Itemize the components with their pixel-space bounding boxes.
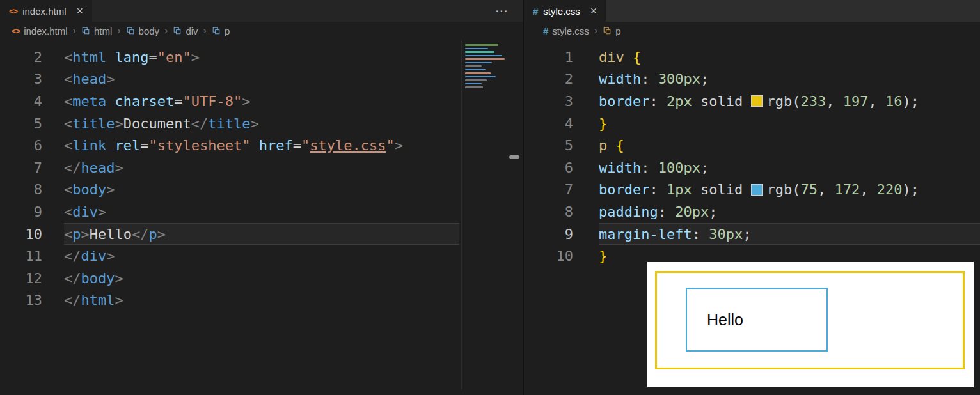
code-line[interactable]: 5 <title>Document</title>: [0, 112, 523, 135]
tab-style-css[interactable]: # style.css ×: [524, 0, 606, 22]
symbol-element-icon: [126, 26, 135, 35]
code-line[interactable]: 6 width: 100px;: [524, 157, 980, 179]
close-tab-icon[interactable]: ×: [77, 5, 84, 17]
code-line[interactable]: 12</body>: [0, 267, 523, 290]
code-text: <link rel="stylesheet" href="style.css">: [64, 134, 459, 157]
preview-outer-div: Hello: [655, 271, 965, 369]
code-text: </div>: [64, 245, 459, 267]
breadcrumb-item[interactable]: p: [212, 26, 230, 36]
line-number: 8: [524, 204, 573, 220]
code-text: }: [599, 112, 980, 135]
code-line[interactable]: 4 <meta charset="UTF-8">: [0, 90, 523, 112]
close-tab-icon[interactable]: ×: [590, 5, 597, 17]
code-text: border: 2px solid rgb(233, 197, 16);: [599, 90, 980, 112]
code-line[interactable]: 9 <div>: [0, 201, 523, 223]
editor-group-left: <> index.html × ⋯ <>index.html›html›body…: [0, 0, 523, 395]
code-line[interactable]: 8<body>: [0, 179, 523, 201]
breadcrumb-item[interactable]: html: [81, 26, 112, 36]
code-line[interactable]: 1div {: [524, 46, 980, 68]
tab-index-html[interactable]: <> index.html ×: [0, 0, 92, 22]
code-text: width: 300px;: [599, 68, 980, 91]
code-line[interactable]: 10 <p>Hello</p>: [0, 223, 523, 245]
code-line[interactable]: 9 margin-left: 30px;: [524, 223, 980, 245]
code-text: <meta charset="UTF-8">: [64, 90, 459, 112]
code-text: <html lang="en">: [64, 46, 459, 68]
code-area-right: 1div {2 width: 300px;3 border: 2px solid…: [524, 46, 980, 267]
line-number: 9: [524, 226, 573, 242]
line-number: 1: [524, 49, 573, 65]
code-line[interactable]: 6 <link rel="stylesheet" href="style.css…: [0, 134, 523, 157]
symbol-selector-icon: [603, 26, 612, 35]
code-text: </html>: [64, 290, 459, 312]
breadcrumb-item[interactable]: body: [126, 26, 160, 36]
preview-paragraph: Hello: [686, 288, 828, 352]
tab-label: style.css: [543, 6, 580, 17]
html-file-icon: <>: [9, 6, 17, 16]
breadcrumb-right: #style.css›p: [524, 22, 980, 40]
line-number: 8: [0, 182, 42, 198]
minimap[interactable]: [461, 40, 509, 390]
breadcrumb-label: p: [615, 26, 620, 36]
breadcrumb-item[interactable]: p: [603, 26, 620, 36]
breadcrumb-left: <>index.html›html›body›div›p: [0, 22, 523, 40]
code-area-left: 2<html lang="en">3<head>4 <meta charset=…: [0, 46, 523, 311]
line-number: 11: [0, 248, 42, 264]
code-line[interactable]: 2 width: 300px;: [524, 68, 980, 91]
breadcrumb-item[interactable]: <>index.html: [12, 26, 68, 36]
code-text: width: 100px;: [599, 157, 980, 179]
breadcrumb-label: style.css: [552, 26, 589, 36]
code-text: <title>Document</title>: [64, 112, 459, 135]
code-line[interactable]: 5p {: [524, 134, 980, 157]
preview-text: Hello: [707, 311, 743, 329]
line-number: 3: [0, 71, 42, 87]
breadcrumb-separator: ›: [164, 25, 168, 36]
code-line[interactable]: 8 padding: 20px;: [524, 201, 980, 223]
breadcrumb-label: index.html: [24, 26, 67, 36]
code-line[interactable]: 3 border: 2px solid rgb(233, 197, 16);: [524, 90, 980, 112]
breadcrumb-item[interactable]: #style.css: [543, 26, 589, 36]
editor-left[interactable]: 2<html lang="en">3<head>4 <meta charset=…: [0, 40, 523, 395]
line-number: 12: [0, 270, 42, 286]
code-line[interactable]: 4}: [524, 112, 980, 135]
line-number: 4: [524, 116, 573, 132]
line-number: 6: [524, 160, 573, 176]
tabbar-right: # style.css ×: [524, 0, 980, 22]
line-number: 5: [524, 137, 573, 153]
code-text: padding: 20px;: [599, 201, 980, 223]
code-text: div {: [599, 46, 980, 68]
line-number: 9: [0, 204, 42, 220]
code-line[interactable]: 2<html lang="en">: [0, 46, 523, 68]
breadcrumb-separator: ›: [73, 25, 76, 36]
breadcrumb-separator: ›: [203, 25, 207, 36]
color-swatch[interactable]: [751, 184, 763, 196]
line-number: 6: [0, 137, 42, 153]
code-line[interactable]: 13</html>: [0, 290, 523, 312]
code-line[interactable]: 3<head>: [0, 68, 523, 91]
code-text: </body>: [64, 267, 459, 290]
code-text: <head>: [64, 68, 459, 91]
color-swatch[interactable]: [751, 95, 763, 107]
line-number: 3: [524, 93, 573, 109]
breadcrumb-label: body: [139, 26, 160, 36]
line-number: 5: [0, 116, 42, 132]
tab-label: index.html: [22, 6, 66, 17]
line-number: 4: [0, 93, 42, 109]
code-line[interactable]: 11 </div>: [0, 245, 523, 267]
more-actions-button[interactable]: ⋯: [495, 0, 508, 22]
symbol-element-icon: [81, 26, 90, 35]
scrollbar-handle[interactable]: [509, 155, 519, 159]
symbol-element-icon: [212, 26, 221, 35]
vscode-window: <> index.html × ⋯ <>index.html›html›body…: [0, 0, 980, 395]
line-number: 7: [0, 160, 42, 176]
html-file-icon: <>: [12, 26, 20, 36]
code-line[interactable]: 7 border: 1px solid rgb(75, 172, 220);: [524, 179, 980, 201]
line-number: 7: [524, 182, 573, 198]
breadcrumb-item[interactable]: div: [173, 26, 198, 36]
line-number: 10: [524, 248, 573, 264]
line-number: 2: [524, 71, 573, 87]
breadcrumb-separator: ›: [117, 25, 120, 36]
code-line[interactable]: 7</head>: [0, 157, 523, 179]
breadcrumb-separator: ›: [594, 25, 597, 36]
breadcrumb-label: html: [94, 26, 112, 36]
preview-window: Hello: [647, 262, 974, 387]
